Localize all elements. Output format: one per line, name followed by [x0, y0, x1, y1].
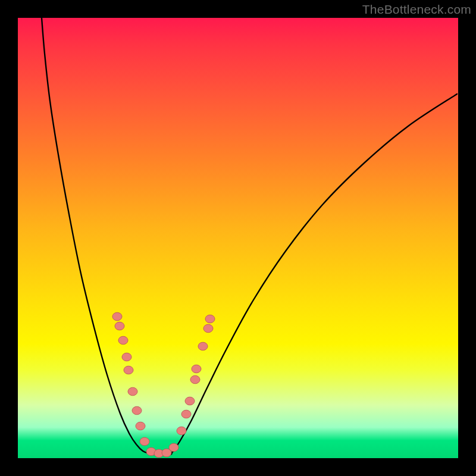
data-dot [118, 336, 128, 345]
data-dot [169, 443, 178, 452]
dots-group [112, 312, 215, 458]
data-dot [124, 366, 133, 374]
curve-group [42, 18, 457, 455]
data-dot [198, 342, 208, 350]
chart-svg [18, 18, 458, 458]
data-dot [203, 324, 213, 333]
data-dot [205, 315, 215, 323]
data-dot [140, 437, 149, 446]
data-dot [181, 410, 191, 418]
chart-plot-area [18, 18, 458, 458]
data-dot [185, 397, 195, 405]
data-dot [112, 312, 122, 321]
watermark-text: TheBottleneck.com [362, 2, 471, 17]
data-dot [115, 322, 124, 330]
data-dot [132, 406, 142, 415]
data-dot [192, 365, 201, 373]
data-dot [122, 353, 131, 361]
v-curve [42, 18, 457, 455]
data-dot [177, 427, 186, 435]
data-dot [128, 387, 137, 396]
data-dot [190, 375, 200, 384]
data-dot [136, 422, 145, 430]
